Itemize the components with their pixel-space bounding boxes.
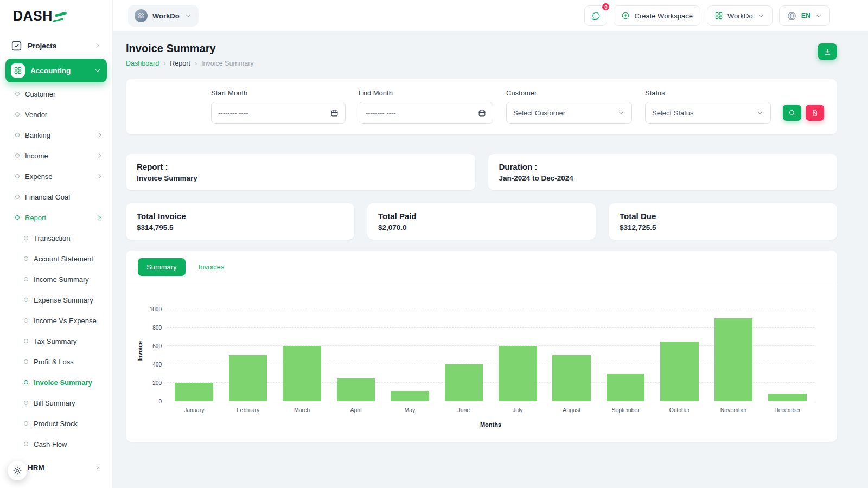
plus-circle-icon (621, 11, 630, 20)
chevron-down-icon (757, 12, 765, 20)
chevron-right-icon (96, 152, 104, 159)
start-month-input[interactable]: -------- ---- (211, 102, 346, 124)
workspace-selector[interactable]: WorkDo (128, 5, 199, 27)
chart-x-categories: JanuaryFebruaryMarchAprilMayJuneJulyAugu… (167, 407, 814, 413)
sidebar-item-income[interactable]: Income (0, 145, 112, 166)
sidebar-item-label: Vendor (25, 111, 104, 119)
apply-filter-button[interactable] (783, 105, 801, 121)
app-logo[interactable]: DASH (0, 0, 112, 31)
bullet-icon (24, 380, 28, 384)
stat-value: $312,725.5 (620, 223, 826, 232)
y-tick-label: 0 (158, 399, 162, 404)
tab-invoices[interactable]: Invoices (190, 258, 233, 276)
sidebar-item-transaction[interactable]: Transaction (0, 228, 112, 248)
chevron-right-icon (96, 131, 104, 139)
sidebar-item-accounting[interactable]: Accounting (5, 59, 107, 82)
stat-value: $314,795.5 (137, 223, 343, 232)
filter-form: Start Month -------- ---- End Month ----… (139, 89, 824, 124)
bullet-icon (24, 298, 28, 302)
globe-icon (787, 11, 797, 21)
bar-may (391, 391, 429, 401)
breadcrumb: Dashboard›Report›Invoice Summary (126, 60, 254, 67)
settings-fab-button[interactable] (8, 461, 27, 480)
reset-doc-icon (811, 109, 819, 117)
sidebar-item-account-statement[interactable]: Account Statement (0, 248, 112, 269)
stat-card-total-invoice: Total Invoice$314,795.5 (126, 203, 354, 240)
chevron-right-icon (94, 42, 101, 49)
bullet-icon (24, 236, 28, 240)
create-workspace-button[interactable]: Create Workspace (614, 5, 700, 26)
invoice-chart: Invoice 02004006008001000 JanuaryFebruar… (126, 284, 837, 428)
y-tick-label: 1000 (150, 306, 162, 312)
bar-july (499, 346, 537, 401)
download-icon (824, 48, 832, 56)
bullet-icon (24, 359, 28, 364)
bullet-icon (15, 92, 20, 96)
bar-february (229, 355, 267, 401)
bullet-icon (15, 215, 20, 220)
bar-march (283, 346, 321, 401)
sidebar-item-banking[interactable]: Banking (0, 125, 112, 145)
bar-slot (761, 309, 814, 401)
sidebar-item-income-summary[interactable]: Income Summary (0, 269, 112, 290)
page-title: Invoice Summary (126, 42, 254, 55)
sidebar-item-report[interactable]: Report (0, 207, 112, 228)
sidebar-item-expense-summary[interactable]: Expense Summary (0, 290, 112, 310)
sidebar-item-label: Customer (25, 90, 104, 98)
bar-december (768, 394, 807, 401)
workspace-switcher-button[interactable]: WorkDo (707, 5, 773, 26)
sidebar-item-label: Income Vs Expense (34, 317, 104, 325)
chevron-down-icon (94, 67, 101, 74)
sidebar-item-label: Cash Flow (34, 440, 104, 448)
reset-filter-button[interactable] (806, 105, 824, 121)
end-month-placeholder: -------- ---- (366, 109, 396, 117)
chevron-right-icon (96, 172, 104, 180)
stat-card-total-paid: Total Paid$2,070.0 (367, 203, 596, 240)
download-button[interactable] (818, 43, 837, 60)
sidebar-item-product-stock[interactable]: Product Stock (0, 413, 112, 434)
sidebar-item-income-vs-expense[interactable]: Income Vs Expense (0, 310, 112, 331)
check-square-icon (11, 40, 22, 52)
sidebar-item-customer[interactable]: Customer (0, 84, 112, 104)
sidebar-item-cash-flow[interactable]: Cash Flow (0, 434, 112, 454)
chevron-down-icon (756, 109, 764, 117)
sidebar-item-tax-summary[interactable]: Tax Summary (0, 331, 112, 351)
sidebar-item-projects[interactable]: Projects (5, 34, 107, 57)
sidebar-item-financial-goal[interactable]: Financial Goal (0, 187, 112, 207)
sidebar-item-profit-loss[interactable]: Profit & Loss (0, 351, 112, 372)
status-select[interactable]: Select Status (645, 102, 771, 124)
sidebar-nav: ProjectsAccountingCustomerVendorBankingI… (0, 31, 112, 479)
sidebar-item-expense[interactable]: Expense (0, 166, 112, 187)
sidebar-item-invoice-summary[interactable]: Invoice Summary (0, 372, 112, 393)
chart-x-axis-label: Months (167, 421, 814, 428)
breadcrumb-report: Report (170, 60, 190, 67)
language-selector[interactable]: EN (779, 5, 830, 26)
workspace-avatar (135, 9, 148, 22)
bar-august (552, 355, 591, 401)
sidebar-item-bill-summary[interactable]: Bill Summary (0, 393, 112, 413)
main-content: Invoice Summary Dashboard›Report›Invoice… (113, 31, 868, 488)
breadcrumb-dashboard[interactable]: Dashboard (126, 60, 159, 67)
x-tick-label: January (167, 407, 221, 413)
bullet-icon (15, 174, 20, 178)
messages-badge: 0 (601, 2, 610, 11)
y-tick-label: 400 (152, 362, 162, 368)
calendar-icon (330, 109, 339, 117)
filter-card: Start Month -------- ---- End Month ----… (126, 79, 837, 134)
bar-slot (437, 309, 490, 401)
topbar-actions: 0 Create Workspace WorkDo EN (584, 5, 830, 26)
end-month-input[interactable]: -------- ---- (359, 102, 493, 124)
tab-summary[interactable]: Summary (138, 258, 186, 276)
bar-slot (221, 309, 275, 401)
start-month-label: Start Month (211, 89, 346, 97)
sidebar-item-vendor[interactable]: Vendor (0, 104, 112, 125)
customer-select[interactable]: Select Customer (506, 102, 632, 124)
messages-button[interactable]: 0 (584, 5, 607, 26)
duration-value: Jan-2024 to Dec-2024 (499, 174, 827, 182)
sidebar-item-label: Expense Summary (34, 296, 104, 304)
x-tick-label: August (545, 407, 598, 413)
stat-value: $2,070.0 (378, 223, 585, 232)
x-tick-label: March (275, 407, 329, 413)
bullet-icon (15, 112, 20, 117)
bullet-icon (15, 195, 20, 199)
